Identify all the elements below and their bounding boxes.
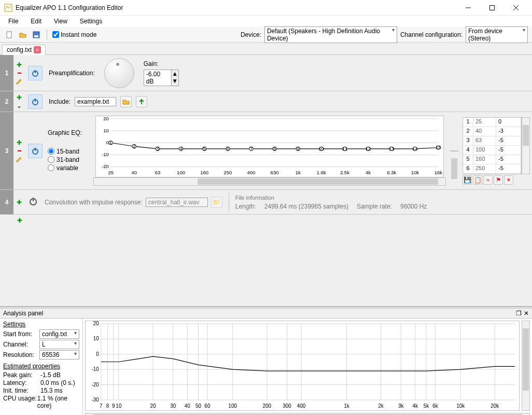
svg-text:2: 2 — [133, 143, 135, 149]
start-from-label: Start from: — [3, 330, 39, 338]
table-vscroll[interactable] — [522, 117, 530, 174]
analysis-settings: Settings Start from:config.txt Channel:L… — [0, 319, 83, 415]
add-icon[interactable]: ✚ — [15, 94, 23, 101]
svg-text:-10: -10 — [102, 151, 109, 157]
edit-icon[interactable] — [15, 78, 23, 85]
svg-text:200: 200 — [263, 403, 272, 409]
table-save-icon[interactable]: 💾 — [463, 175, 472, 185]
power-toggle[interactable] — [28, 144, 43, 158]
svg-text:7: 7 — [100, 403, 103, 409]
window-title: Equalizer APO 1.1 Configuration Editor — [16, 4, 456, 11]
instant-mode-checkbox[interactable] — [52, 31, 59, 38]
close-panel-icon[interactable]: ✕ — [524, 310, 529, 317]
geq-hscroll[interactable] — [93, 177, 446, 186]
gain-spinner[interactable]: -6.00 dB ▲▼ — [144, 70, 179, 86]
svg-text:0: 0 — [106, 140, 109, 145]
expand-icon[interactable]: ⌄ — [15, 102, 23, 109]
svg-text:5k: 5k — [424, 403, 429, 409]
menu-file[interactable]: File — [3, 17, 23, 26]
remove-icon[interactable]: ━ — [15, 147, 23, 155]
gain-value[interactable]: -6.00 dB — [144, 70, 172, 86]
edit-icon[interactable] — [15, 156, 23, 163]
add-icon[interactable]: ✚ — [15, 199, 23, 206]
menu-view[interactable]: View — [49, 17, 73, 26]
resolution-select[interactable]: 65536 — [39, 350, 79, 359]
analysis-panel: Settings Start from:config.txt Channel:L… — [0, 319, 532, 415]
save-file-icon[interactable] — [31, 30, 41, 40]
table-flag2-icon[interactable]: ⚑ — [494, 175, 503, 185]
maximize-button[interactable] — [480, 0, 504, 16]
close-button[interactable] — [504, 0, 528, 16]
latency-value: 0.0 ms (0 s.) — [40, 379, 75, 386]
add-icon[interactable]: ✚ — [15, 61, 23, 68]
separator — [47, 30, 47, 40]
geq-vscroll[interactable] — [450, 150, 458, 151]
titlebar: Equalizer APO 1.1 Configuration Editor — [0, 0, 532, 16]
channel-select[interactable]: L — [39, 340, 79, 349]
table-copy-icon[interactable]: 📋 — [473, 175, 482, 185]
add-row-icon[interactable]: ✚ — [16, 217, 24, 224]
svg-text:13: 13 — [389, 145, 395, 151]
band-variable-radio[interactable]: variable — [48, 164, 89, 172]
svg-text:50: 50 — [195, 403, 201, 409]
new-file-icon[interactable] — [4, 30, 15, 40]
band-15-radio[interactable]: 15-band — [48, 148, 89, 155]
table-row[interactable]: 5160-5 — [463, 155, 521, 164]
row-convolution: 4 ✚ Convolution with impulse response: c… — [0, 190, 532, 215]
upload-icon[interactable] — [136, 96, 147, 107]
table-row[interactable]: 6250-5 — [463, 164, 521, 174]
svg-text:630: 630 — [271, 170, 279, 175]
svg-text:2.5k: 2.5k — [340, 170, 349, 175]
svg-text:12: 12 — [366, 145, 371, 151]
svg-text:25: 25 — [108, 170, 114, 175]
gain-knob[interactable] — [104, 58, 134, 88]
resolution-label: Resolution: — [3, 351, 39, 358]
svg-text:2k: 2k — [378, 403, 384, 409]
table-row[interactable]: 363-5 — [463, 136, 521, 146]
table-row[interactable]: 240-3 — [463, 127, 521, 136]
svg-text:40: 40 — [185, 403, 190, 409]
svg-text:1.6k: 1.6k — [317, 170, 326, 175]
open-folder-icon[interactable] — [120, 96, 132, 107]
svg-text:10: 10 — [93, 336, 99, 341]
geq-chart[interactable]: 20100-10-202540631001602504006301k1.6k2.… — [95, 116, 444, 178]
table-flag1-icon[interactable]: ≈ — [483, 175, 493, 185]
channel-label: Channel: — [3, 341, 39, 348]
file-tab[interactable]: config.txt × — [2, 45, 46, 55]
geq-data-table[interactable]: 1250240-3363-54100-55160-56250-5 — [463, 117, 522, 174]
open-file-icon[interactable] — [18, 30, 28, 40]
detach-icon[interactable]: ❐ — [516, 310, 522, 317]
row-graphic-eq: 3 ✚ ━ Graphic EQ: 15-band 31-band variab… — [0, 112, 532, 190]
add-icon[interactable]: ✚ — [15, 139, 23, 146]
device-select[interactable]: Default (Speakers - High Definition Audi… — [264, 26, 397, 43]
table-row[interactable]: 4100-5 — [463, 146, 521, 155]
geq-label: Graphic EQ: — [48, 129, 89, 136]
minimize-button[interactable] — [456, 0, 480, 16]
power-toggle-off[interactable] — [28, 196, 38, 208]
plot-hscroll[interactable] — [85, 413, 530, 415]
plot-vscroll[interactable] — [522, 321, 530, 411]
start-from-select[interactable]: config.txt — [39, 329, 79, 339]
power-toggle[interactable] — [28, 94, 43, 109]
svg-text:5: 5 — [203, 145, 206, 151]
include-file-input[interactable] — [75, 97, 116, 106]
close-tab-icon[interactable]: × — [34, 46, 41, 53]
table-flag3-icon[interactable]: ✶ — [504, 175, 513, 185]
open-file-icon[interactable]: 📁 — [211, 197, 222, 208]
tab-label: config.txt — [7, 46, 32, 53]
svg-text:1: 1 — [109, 140, 112, 145]
svg-text:400: 400 — [247, 170, 255, 175]
row-number: 4 — [0, 190, 13, 214]
menu-edit[interactable]: Edit — [25, 17, 47, 26]
toolbar: Instant mode Device: Default (Speakers -… — [0, 27, 532, 43]
menu-settings[interactable]: Settings — [75, 17, 107, 26]
table-row[interactable]: 1250 — [463, 118, 521, 127]
band-31-radio[interactable]: 31-band — [48, 156, 89, 163]
channel-config-select[interactable]: From device (Stereo) — [466, 26, 528, 43]
remove-icon[interactable]: ━ — [15, 70, 23, 77]
power-toggle[interactable] — [28, 66, 43, 80]
analysis-plot[interactable]: 20100-10-20-3078910203040506010020030040… — [85, 321, 520, 411]
svg-rect-5 — [7, 32, 11, 38]
svg-text:6.3k: 6.3k — [387, 170, 396, 175]
instant-mode-toggle[interactable]: Instant mode — [52, 31, 96, 38]
